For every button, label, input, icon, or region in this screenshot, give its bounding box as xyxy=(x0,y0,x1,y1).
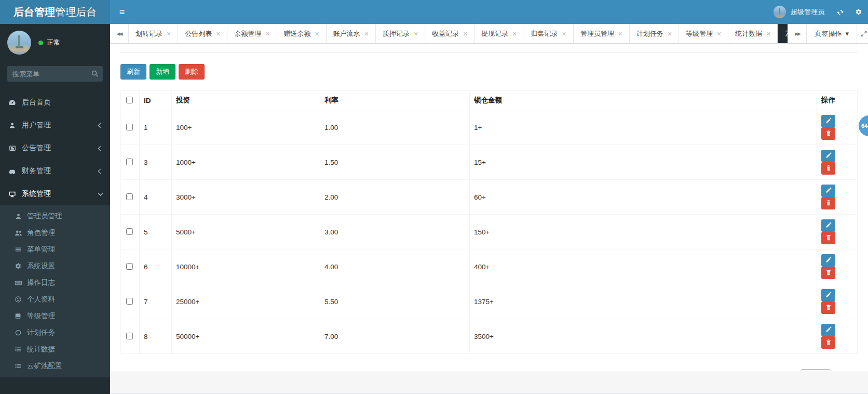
add-button[interactable]: 新增 xyxy=(150,64,175,80)
submenu-item-云矿池配置[interactable]: 云矿池配置 xyxy=(0,358,110,374)
tabs-scroll-left-button[interactable]: ◀◀ xyxy=(110,24,129,43)
submenu-item-操作日志[interactable]: 操作日志 xyxy=(0,274,110,291)
tab-归集记录[interactable]: 归集记录× xyxy=(524,24,574,43)
trash-icon xyxy=(825,269,832,277)
chevron-left-icon xyxy=(98,146,103,151)
avatar[interactable] xyxy=(7,31,31,55)
delete-row-button[interactable] xyxy=(821,127,835,140)
tab-label: 赠送余额 xyxy=(284,29,311,38)
edit-row-button[interactable] xyxy=(821,185,835,197)
submenu-item-统计数据[interactable]: 统计数据 xyxy=(0,341,110,358)
row-checkbox[interactable] xyxy=(126,333,133,339)
list-icon xyxy=(14,362,22,370)
pencil-icon xyxy=(825,292,832,299)
fullscreen-toggle-button[interactable] xyxy=(857,24,868,43)
trash-icon xyxy=(825,165,832,173)
settings-nav-button[interactable] xyxy=(849,0,868,24)
submenu-item-等级管理[interactable]: 等级管理 xyxy=(0,308,110,324)
tab-赠送余额[interactable]: 赠送余额× xyxy=(277,24,327,43)
delete-row-button[interactable] xyxy=(821,267,835,279)
edit-row-button[interactable] xyxy=(821,219,835,232)
close-icon[interactable]: × xyxy=(167,30,171,37)
column-header-利率: 利率 xyxy=(320,91,470,110)
page-size-select[interactable]: 10 xyxy=(801,369,831,371)
tab-提现记录[interactable]: 提现记录× xyxy=(474,24,524,43)
close-icon[interactable]: × xyxy=(512,30,517,37)
user-menu[interactable]: 超级管理员 xyxy=(767,0,831,24)
search-input[interactable] xyxy=(7,66,103,82)
close-icon[interactable]: × xyxy=(216,30,220,37)
close-icon[interactable]: × xyxy=(618,30,622,37)
tab-余额管理[interactable]: 余额管理× xyxy=(227,24,277,43)
tab-管理员管理[interactable]: 管理员管理× xyxy=(574,24,630,43)
close-icon[interactable]: × xyxy=(717,30,721,37)
close-icon[interactable]: × xyxy=(562,30,566,37)
tab-label: 质押记录 xyxy=(383,29,410,38)
close-icon[interactable]: × xyxy=(265,30,269,37)
submenu-item-角色管理[interactable]: 角色管理 xyxy=(0,225,110,241)
sidebar-item-财务管理[interactable]: 财务管理 xyxy=(0,160,110,182)
row-actions-cell xyxy=(817,249,858,284)
row-checkbox[interactable] xyxy=(126,228,133,235)
row-select-cell xyxy=(121,319,140,354)
row-checkbox[interactable] xyxy=(126,124,133,130)
close-icon[interactable]: × xyxy=(766,30,770,37)
select-all-checkbox[interactable] xyxy=(126,97,133,103)
expand-icon xyxy=(860,30,867,37)
submenu-item-菜单管理[interactable]: 菜单管理 xyxy=(0,241,110,258)
submenu-item-管理员管理[interactable]: 管理员管理 xyxy=(0,208,110,225)
sidebar-search xyxy=(7,66,103,82)
close-icon[interactable]: × xyxy=(364,30,369,37)
tab-账户流水[interactable]: 账户流水× xyxy=(327,24,376,43)
tab-划转记录[interactable]: 划转记录× xyxy=(129,24,178,43)
tab-label: 公告列表 xyxy=(185,29,212,38)
tab-计划任务[interactable]: 计划任务× xyxy=(630,24,679,43)
delete-row-button[interactable] xyxy=(821,232,835,244)
delete-row-button[interactable] xyxy=(821,162,835,175)
tab-actions-dropdown[interactable]: 页签操作 ▾ xyxy=(806,24,857,43)
sidebar-item-后台首页[interactable]: 后台首页 xyxy=(0,91,110,114)
toolbar: 刷新 新增 删除 xyxy=(120,64,858,80)
edit-row-button[interactable] xyxy=(821,324,835,336)
edit-row-button[interactable] xyxy=(821,289,835,301)
row-checkbox[interactable] xyxy=(126,193,133,200)
sidebar-item-用户管理[interactable]: 用户管理 xyxy=(0,114,110,137)
close-icon[interactable]: × xyxy=(414,30,418,37)
refresh-nav-button[interactable] xyxy=(831,0,849,24)
app-logo[interactable]: 后台管理管理后台 xyxy=(0,0,110,24)
row-checkbox[interactable] xyxy=(126,263,133,270)
tab-云矿池配置[interactable]: 云矿池配置× xyxy=(778,24,788,43)
delete-row-button[interactable] xyxy=(821,301,835,314)
tabs-scroll-right-button[interactable]: ▶▶ xyxy=(788,24,806,43)
delete-row-button[interactable] xyxy=(821,197,835,209)
edit-row-button[interactable] xyxy=(821,254,835,267)
submenu-item-系统设置[interactable]: 系统设置 xyxy=(0,258,110,274)
table-row: 1100+1.001+ xyxy=(121,110,858,145)
pencil-icon xyxy=(825,152,832,160)
refresh-button[interactable]: 刷新 xyxy=(120,64,146,80)
delete-row-button[interactable] xyxy=(821,336,835,349)
sidebar-item-label: 公告管理 xyxy=(22,143,51,153)
close-icon[interactable]: × xyxy=(668,30,672,37)
row-select-cell xyxy=(121,215,140,249)
edit-row-button[interactable] xyxy=(821,150,835,162)
delete-button[interactable]: 删除 xyxy=(179,64,205,80)
tab-收益记录[interactable]: 收益记录× xyxy=(425,24,474,43)
sidebar-item-系统管理[interactable]: 系统管理 xyxy=(0,182,110,205)
tab-质押记录[interactable]: 质押记录× xyxy=(376,24,425,43)
sidebar-toggle-button[interactable]: ≡ xyxy=(110,0,134,24)
top-header: 后台管理管理后台 ≡ 超级管理员 xyxy=(0,0,868,24)
close-icon[interactable]: × xyxy=(315,30,319,37)
submenu-item-计划任务[interactable]: 计划任务 xyxy=(0,324,110,341)
close-icon[interactable]: × xyxy=(463,30,467,37)
tab-公告列表[interactable]: 公告列表× xyxy=(178,24,227,43)
tab-统计数据[interactable]: 统计数据× xyxy=(728,24,778,43)
row-checkbox[interactable] xyxy=(126,159,133,165)
submenu-item-个人资料[interactable]: 个人资料 xyxy=(0,291,110,308)
status-label: 正常 xyxy=(47,38,60,47)
row-checkbox[interactable] xyxy=(126,298,133,305)
table-row: 31000+1.5015+ xyxy=(121,145,858,180)
sidebar-item-公告管理[interactable]: 公告管理 xyxy=(0,137,110,160)
edit-row-button[interactable] xyxy=(821,115,835,127)
tab-等级管理[interactable]: 等级管理× xyxy=(679,24,728,43)
